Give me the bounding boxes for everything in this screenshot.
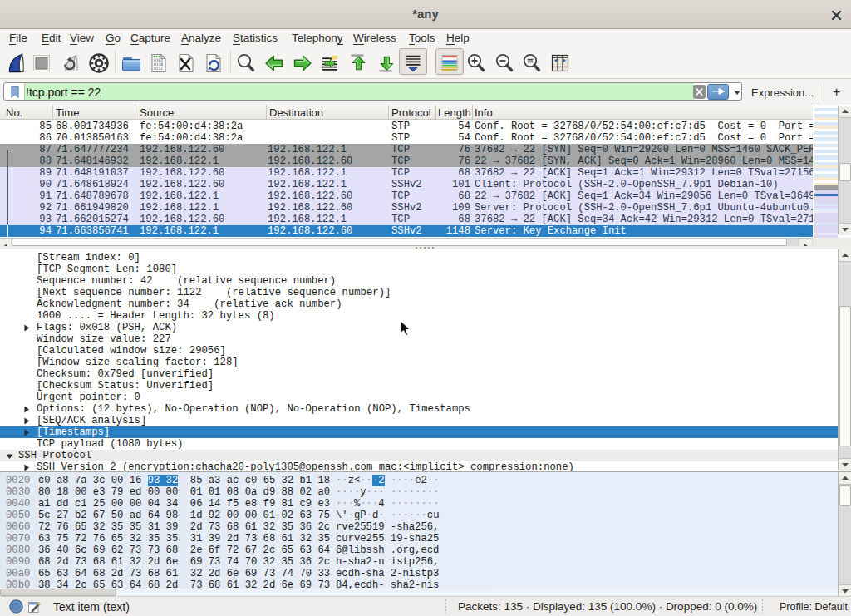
svg-text:0111: 0111 [154, 67, 163, 71]
